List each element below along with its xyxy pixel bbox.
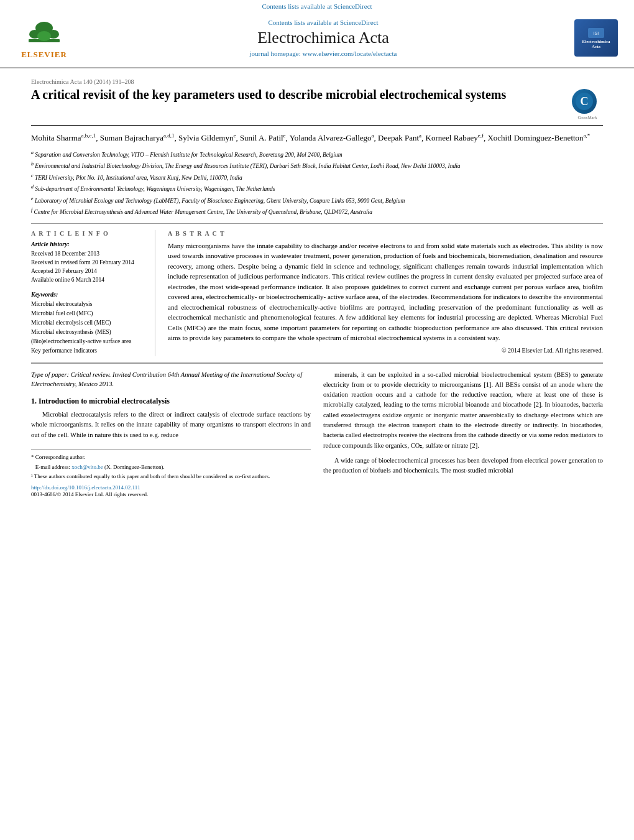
abstract-text: Many microorganisms have the innate capa… <box>168 241 603 343</box>
elsevier-label: ELSEVIER <box>21 50 67 60</box>
history-received: Received 18 December 2013 <box>31 249 147 258</box>
crossmark-label: CrossMark <box>572 115 603 120</box>
badge-icon: ISI <box>587 27 605 39</box>
homepage-url[interactable]: www.elsevier.com/locate/electacta <box>302 50 397 57</box>
footer-doi[interactable]: http://dx.doi.org/10.1016/j.electacta.20… <box>31 484 311 491</box>
body-right-col: minerals, it can be exploited in a so-ca… <box>323 370 603 501</box>
footnote-area: * Corresponding author. E-mail address: … <box>31 449 311 498</box>
svg-text:ISI: ISI <box>594 31 599 35</box>
keyword-4: Microbial electrosynthesis (MES) <box>31 328 147 337</box>
journal-badge: ISI ElectrochimicaActa <box>574 19 618 57</box>
history-label: Article history: <box>31 241 147 247</box>
affiliation-b: b Environmental and Industrial Biotechno… <box>31 160 603 170</box>
body-section: Type of paper: Critical review. Invited … <box>31 362 603 501</box>
affiliation-e: e Laboratory of Microbial Ecology and Te… <box>31 195 603 205</box>
contents-available: Contents lists available at ScienceDirec… <box>78 19 568 26</box>
journal-badge-area: ISI ElectrochimicaActa <box>568 16 624 60</box>
elsevier-tree-icon <box>22 21 66 48</box>
journal-center: Contents lists available at ScienceDirec… <box>78 19 568 57</box>
doi-line: Electrochimica Acta 140 (2014) 191–208 <box>31 78 603 85</box>
authors-line: Mohita Sharmaa,b,c,1, Suman Bajracharyaa… <box>31 132 603 144</box>
keyword-2: Microbial fuel cell (MFC) <box>31 309 147 318</box>
svg-point-5 <box>37 31 51 41</box>
section1-title: Introduction to microbial electrocatalys… <box>39 397 170 405</box>
svg-text:C: C <box>581 95 589 108</box>
type-of-paper: Type of paper: Critical review. Invited … <box>31 370 311 390</box>
contents-label: Contents lists available at <box>262 2 332 10</box>
keyword-3: Microbial electrolysis cell (MEC) <box>31 318 147 328</box>
section1-heading: 1. Introduction to microbial electrocata… <box>31 397 311 406</box>
affiliation-c: c TERI University, Plot No. 10, Institut… <box>31 172 603 182</box>
article-title: A critical revisit of the key parameters… <box>31 86 572 103</box>
body-right-text: minerals, it can be exploited in a so-ca… <box>323 370 603 476</box>
copyright: © 2014 Elsevier Ltd. All rights reserved… <box>168 347 603 354</box>
page: Contents lists available at ScienceDirec… <box>0 0 634 510</box>
journal-main-header: ELSEVIER Contents lists available at Sci… <box>0 11 634 63</box>
abstract-label: A B S T R A C T <box>168 230 603 237</box>
article-content: Electrochimica Acta 140 (2014) 191–208 A… <box>0 68 634 510</box>
badge-title: ElectrochimicaActa <box>582 39 610 50</box>
sciencedirect-text[interactable]: ScienceDirect <box>340 19 379 26</box>
crossmark-logo[interactable]: C CrossMark <box>572 89 603 120</box>
body-left-col: Type of paper: Critical review. Invited … <box>31 370 311 501</box>
journal-homepage: journal homepage: www.elsevier.com/locat… <box>78 50 568 57</box>
affiliation-a: a Separation and Conversion Technology, … <box>31 149 603 159</box>
footer-issn: 0013-4686/© 2014 Elsevier Ltd. All right… <box>31 491 311 499</box>
keyword-6: Key performance indicators <box>31 346 147 356</box>
journal-header: Contents lists available at ScienceDirec… <box>0 0 634 68</box>
article-info-label: A R T I C L E I N F O <box>31 230 147 237</box>
affiliation-f: f Centre for Microbial Electrosynthesis … <box>31 206 603 216</box>
crossmark-icon: C <box>572 89 597 114</box>
journal-top-bar: Contents lists available at ScienceDirec… <box>0 0 634 11</box>
keyword-5: (Bio)electrochemically-active surface ar… <box>31 337 147 346</box>
footnote-1: ¹ These authors contributed equally to t… <box>31 473 311 481</box>
section1-num: 1. <box>31 397 37 405</box>
body-two-col: Type of paper: Critical review. Invited … <box>31 370 603 501</box>
body-left-text: Microbial electrocatalysis refers to the… <box>31 410 311 440</box>
article-info-col: A R T I C L E I N F O Article history: R… <box>31 230 155 356</box>
keywords-label: Keywords: <box>31 291 147 298</box>
affiliations: a Separation and Conversion Technology, … <box>31 149 603 217</box>
history-revised: Received in revised form 20 February 201… <box>31 258 147 267</box>
footnote-star: * Corresponding author. <box>31 453 311 461</box>
keywords-section: Keywords: Microbial electrocatalysis Mic… <box>31 291 147 356</box>
affiliation-d: d Sub-department of Environmental Techno… <box>31 183 603 193</box>
elsevier-logo: ELSEVIER <box>10 16 78 60</box>
article-title-section: A critical revisit of the key parameters… <box>31 86 603 126</box>
article-history: Article history: Received 18 December 20… <box>31 241 147 285</box>
history-online: Available online 6 March 2014 <box>31 275 147 284</box>
abstract-col: A B S T R A C T Many microorganisms have… <box>168 230 603 356</box>
footnote-email-link[interactable]: xoch@vito.be <box>71 464 103 470</box>
keyword-1: Microbial electrocatalysis <box>31 300 147 309</box>
footnote-email: E-mail address: xoch@vito.be (X. Domingu… <box>31 463 311 471</box>
article-info-abstract-section: A R T I C L E I N F O Article history: R… <box>31 223 603 356</box>
history-accepted: Accepted 20 February 2014 <box>31 267 147 275</box>
sciencedirect-link[interactable]: ScienceDirect <box>334 2 372 10</box>
journal-title: Electrochimica Acta <box>78 29 568 47</box>
